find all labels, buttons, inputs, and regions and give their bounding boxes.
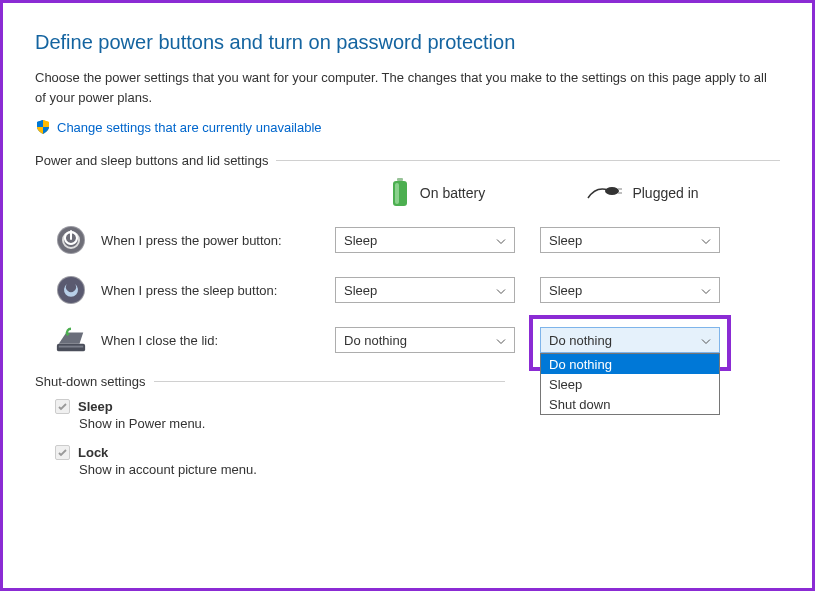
lock-checkbox-label: Lock	[78, 445, 108, 460]
chevron-down-icon	[496, 283, 506, 298]
sleep-desc: Show in Power menu.	[79, 416, 780, 431]
svg-rect-0	[397, 178, 403, 181]
lid-battery-select[interactable]: Do nothing	[335, 327, 515, 353]
power-button-battery-select[interactable]: Sleep	[335, 227, 515, 253]
page-title: Define power buttons and turn on passwor…	[35, 31, 780, 54]
intro-text: Choose the power settings that you want …	[35, 68, 780, 107]
svg-rect-2	[395, 183, 399, 204]
chevron-down-icon	[496, 333, 506, 348]
dropdown-option[interactable]: Sleep	[541, 374, 719, 394]
sleep-button-label: When I press the sleep button:	[101, 283, 277, 298]
lid-plugged-dropdown: Do nothing Sleep Shut down	[540, 353, 720, 415]
chevron-down-icon	[701, 283, 711, 298]
sleep-checkbox[interactable]	[55, 399, 70, 414]
section-shutdown: Shut-down settings	[35, 374, 505, 389]
svg-rect-12	[57, 344, 85, 352]
lid-close-label: When I close the lid:	[101, 333, 218, 348]
power-button-plugged-select[interactable]: Sleep	[540, 227, 720, 253]
lock-checkbox[interactable]	[55, 445, 70, 460]
lid-close-icon	[55, 324, 87, 356]
lid-plugged-select[interactable]: Do nothing	[540, 327, 720, 353]
power-button-icon	[55, 224, 87, 256]
chevron-down-icon	[701, 233, 711, 248]
chevron-down-icon	[701, 333, 711, 348]
svg-rect-13	[59, 346, 83, 348]
sleep-button-icon	[55, 274, 87, 306]
plug-icon	[586, 184, 622, 202]
lock-desc: Show in account picture menu.	[79, 462, 780, 477]
dropdown-option[interactable]: Shut down	[541, 394, 719, 414]
dropdown-option[interactable]: Do nothing	[541, 354, 719, 374]
battery-icon	[390, 178, 410, 208]
shield-icon	[35, 119, 51, 135]
svg-point-11	[58, 277, 84, 303]
sleep-button-battery-select[interactable]: Sleep	[335, 277, 515, 303]
column-battery-label: On battery	[420, 185, 485, 201]
change-settings-link[interactable]: Change settings that are currently unava…	[57, 120, 322, 135]
chevron-down-icon	[496, 233, 506, 248]
power-button-label: When I press the power button:	[101, 233, 282, 248]
sleep-checkbox-label: Sleep	[78, 399, 113, 414]
sleep-button-plugged-select[interactable]: Sleep	[540, 277, 720, 303]
svg-point-3	[605, 187, 619, 195]
column-plugged-label: Plugged in	[632, 185, 698, 201]
section-power-sleep-lid: Power and sleep buttons and lid settings	[35, 153, 780, 168]
